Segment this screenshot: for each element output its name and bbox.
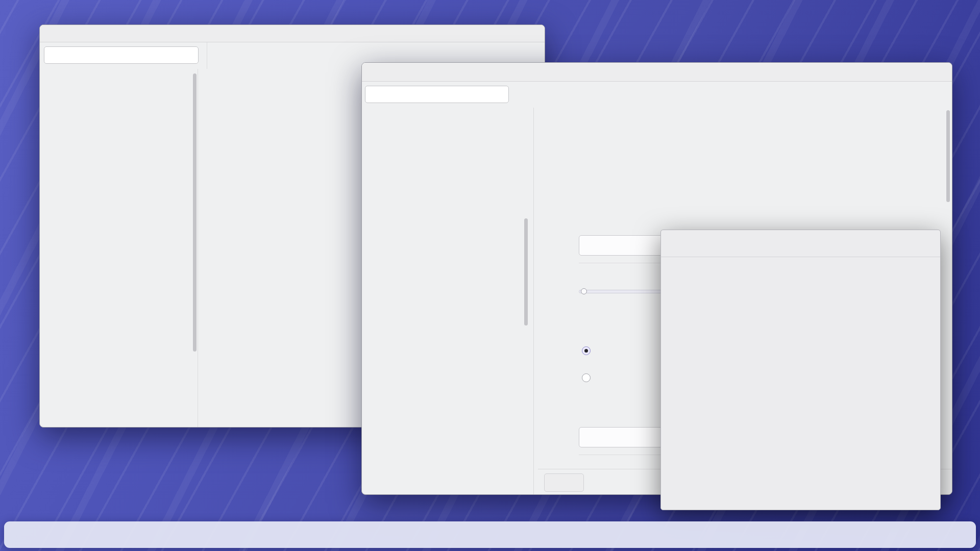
search-input[interactable]: [60, 51, 194, 60]
reset-button[interactable]: [544, 473, 584, 492]
window-title: [40, 25, 545, 42]
discover-app-icon: [45, 29, 55, 39]
divider: [207, 42, 207, 69]
status-notifications-popup: [660, 230, 941, 510]
radio-selects-them[interactable]: [582, 346, 591, 355]
settings-sidebar: [362, 108, 534, 494]
reset-icon: [558, 479, 567, 487]
pin-icon[interactable]: [384, 68, 392, 76]
close-button[interactable]: [938, 68, 946, 76]
search-icon: [48, 51, 57, 59]
discover-titlebar[interactable]: [40, 25, 545, 42]
configure-icon[interactable]: [899, 237, 912, 249]
sidebar-scrollbar[interactable]: [524, 218, 528, 325]
desktop: [0, 0, 980, 551]
window-title: [362, 63, 952, 81]
system-settings-titlebar[interactable]: [362, 63, 952, 82]
minimize-button[interactable]: [498, 30, 506, 38]
popup-header: [661, 230, 940, 257]
general-behavior-icon: [586, 432, 597, 442]
system-tray: [969, 521, 976, 548]
maximize-button[interactable]: [921, 68, 929, 76]
wallpaper-icon: [586, 240, 597, 251]
search-icon: [370, 90, 378, 98]
close-button[interactable]: [530, 30, 538, 38]
pin-icon[interactable]: [61, 30, 69, 38]
taskbar-left: [4, 521, 10, 548]
content-scrollbar[interactable]: [946, 110, 950, 202]
systemsettings-app-icon: [367, 67, 378, 78]
minimize-button[interactable]: [905, 68, 913, 76]
pin-icon[interactable]: [922, 238, 933, 249]
settings-search[interactable]: [365, 86, 509, 103]
slider-handle[interactable]: [581, 288, 587, 294]
taskbar: [4, 521, 976, 548]
maximize-button[interactable]: [514, 30, 522, 38]
radio-opens-them[interactable]: [582, 373, 591, 382]
discover-search[interactable]: [44, 46, 199, 64]
scrollbar[interactable]: [193, 73, 197, 352]
wallpaper-button[interactable]: [579, 235, 667, 256]
hamburger-menu-icon[interactable]: [513, 89, 527, 102]
discover-sidebar: [40, 69, 198, 427]
search-input[interactable]: [381, 90, 504, 99]
